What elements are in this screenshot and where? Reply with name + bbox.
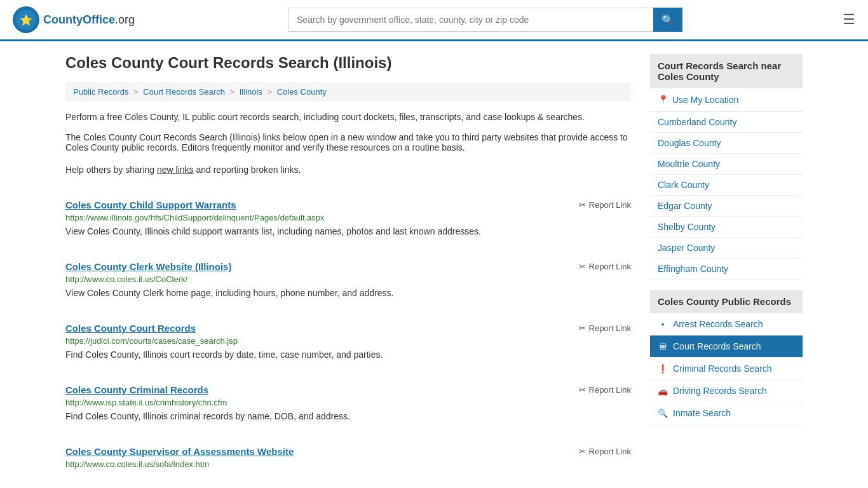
- record-item-0: Coles County Child Support Warrants ✂ Re…: [65, 200, 631, 248]
- record-title-4[interactable]: Coles County Supervisor of Assessments W…: [65, 446, 294, 457]
- intro-paragraph-2: The Coles County Court Records Search (I…: [65, 132, 631, 152]
- record-desc-3: Find Coles County, Illinois criminal rec…: [65, 410, 631, 423]
- record-desc-1: View Coles County Clerk home page, inclu…: [65, 287, 631, 300]
- pr-icon-4: 🔍: [658, 409, 668, 418]
- nearby-county-link-7[interactable]: Effingham County: [650, 259, 803, 279]
- page-title: Coles County Court Records Search (Illin…: [65, 54, 631, 72]
- scissors-icon-1: ✂: [579, 262, 586, 271]
- nearby-section-title: Court Records Search near Coles County: [650, 54, 803, 88]
- search-icon: 🔍: [661, 15, 674, 25]
- use-location-label: Use My Location: [672, 95, 738, 105]
- pr-label-2: Criminal Records Search: [673, 363, 772, 374]
- nearby-county-link-4[interactable]: Edgar County: [650, 196, 803, 216]
- content-area: Coles County Court Records Search (Illin…: [65, 54, 631, 488]
- breadcrumb: Public Records > Court Records Search > …: [65, 82, 631, 102]
- pr-link-4[interactable]: 🔍 Inmate Search: [650, 402, 803, 424]
- scissors-icon-2: ✂: [579, 323, 586, 333]
- pr-item-4: 🔍 Inmate Search: [650, 402, 803, 424]
- nearby-county-6: Jasper County: [650, 238, 803, 259]
- record-item-1: Coles County Clerk Website (Illinois) ✂ …: [65, 261, 631, 310]
- record-item-2: Coles County Court Records ✂ Report Link…: [65, 323, 631, 372]
- record-title-row-1: Coles County Clerk Website (Illinois) ✂ …: [65, 261, 631, 272]
- search-button[interactable]: 🔍: [653, 8, 682, 32]
- pr-icon-1: 🏛: [658, 342, 668, 351]
- record-title-2[interactable]: Coles County Court Records: [65, 323, 196, 334]
- record-url-2: https://judici.com/courts/cases/case_sea…: [65, 336, 631, 346]
- report-link-btn-1[interactable]: ✂ Report Link: [579, 262, 631, 271]
- report-link-btn-2[interactable]: ✂ Report Link: [579, 323, 631, 333]
- pr-label-3: Driving Records Search: [673, 386, 767, 396]
- record-title-row-2: Coles County Court Records ✂ Report Link: [65, 323, 631, 334]
- nearby-county-link-1[interactable]: Douglas County: [650, 133, 803, 153]
- nearby-section: Court Records Search near Coles County 📍…: [650, 54, 803, 280]
- nearby-county-5: Shelby County: [650, 217, 803, 238]
- pr-label-1: Court Records Search: [673, 341, 761, 351]
- menu-button[interactable]: ☰: [843, 11, 855, 28]
- scissors-icon-3: ✂: [579, 385, 586, 395]
- record-url-3: http://www.isp.state.il.us/crimhistory/c…: [65, 398, 631, 407]
- breadcrumb-court-records[interactable]: Court Records Search: [143, 87, 225, 97]
- search-input[interactable]: [288, 8, 653, 32]
- nearby-county-2: Moultrie County: [650, 154, 803, 175]
- intro-paragraph-1: Perform a free Coles County, IL public c…: [65, 112, 631, 122]
- pr-link-0[interactable]: ▪ Arrest Records Search: [650, 313, 803, 335]
- pr-icon-2: ❗: [658, 364, 668, 374]
- pr-label-0: Arrest Records Search: [673, 319, 763, 329]
- nearby-county-7: Effingham County: [650, 259, 803, 280]
- nearby-county-link-5[interactable]: Shelby County: [650, 217, 803, 237]
- records-list: Coles County Child Support Warrants ✂ Re…: [65, 200, 631, 482]
- record-title-row-4: Coles County Supervisor of Assessments W…: [65, 446, 631, 457]
- site-header: ⭐ CountyOffice.org 🔍 ☰: [0, 0, 868, 41]
- pr-link-1[interactable]: 🏛 Court Records Search: [650, 336, 803, 357]
- record-url-1: http://www.co.coles.il.us/CoClerk/: [65, 274, 631, 284]
- pr-item-2: ❗ Criminal Records Search: [650, 358, 803, 380]
- public-records-list: ▪ Arrest Records Search 🏛 Court Records …: [650, 313, 803, 424]
- record-title-3[interactable]: Coles County Criminal Records: [65, 384, 208, 395]
- sharing-text: Help others by sharing new links and rep…: [65, 163, 631, 177]
- logo-area: ⭐ CountyOffice.org: [13, 6, 135, 33]
- report-link-btn-0[interactable]: ✂ Report Link: [579, 200, 631, 210]
- use-location-button[interactable]: 📍 Use My Location: [650, 88, 803, 112]
- record-title-1[interactable]: Coles County Clerk Website (Illinois): [65, 261, 231, 272]
- pr-link-2[interactable]: ❗ Criminal Records Search: [650, 358, 803, 379]
- logo-text: CountyOffice.org: [43, 13, 135, 27]
- pr-label-4: Inmate Search: [673, 408, 731, 418]
- search-area: 🔍: [288, 8, 682, 32]
- record-item-3: Coles County Criminal Records ✂ Report L…: [65, 384, 631, 433]
- pr-item-0: ▪ Arrest Records Search: [650, 313, 803, 336]
- new-links-link[interactable]: new links: [157, 165, 194, 175]
- pr-item-1: 🏛 Court Records Search: [650, 336, 803, 358]
- record-desc-2: Find Coles County, Illinois court record…: [65, 348, 631, 362]
- hamburger-icon: ☰: [843, 11, 855, 27]
- pr-icon-0: ▪: [658, 320, 668, 329]
- record-title-row-0: Coles County Child Support Warrants ✂ Re…: [65, 200, 631, 210]
- pr-icon-3: 🚗: [658, 386, 668, 396]
- main-layout: Coles County Court Records Search (Illin…: [53, 41, 815, 488]
- breadcrumb-illinois[interactable]: Illinois: [240, 87, 262, 97]
- nearby-county-4: Edgar County: [650, 196, 803, 217]
- nearby-county-link-6[interactable]: Jasper County: [650, 238, 803, 258]
- pr-link-3[interactable]: 🚗 Driving Records Search: [650, 380, 803, 402]
- report-link-btn-3[interactable]: ✂ Report Link: [579, 385, 631, 395]
- record-desc-0: View Coles County, Illinois child suppor…: [65, 225, 631, 238]
- nearby-county-link-0[interactable]: Cumberland County: [650, 112, 803, 132]
- breadcrumb-coles-county[interactable]: Coles County: [277, 87, 327, 97]
- pr-item-3: 🚗 Driving Records Search: [650, 380, 803, 402]
- public-records-section: Coles County Public Records ▪ Arrest Rec…: [650, 290, 803, 424]
- logo-icon: ⭐: [13, 6, 39, 33]
- record-title-0[interactable]: Coles County Child Support Warrants: [65, 200, 236, 210]
- scissors-icon-4: ✂: [579, 447, 586, 456]
- nearby-county-link-2[interactable]: Moultrie County: [650, 154, 803, 174]
- record-url-0: https://www.illinois.gov/hfs/ChildSuppor…: [65, 213, 631, 222]
- scissors-icon-0: ✂: [579, 200, 586, 210]
- record-item-4: Coles County Supervisor of Assessments W…: [65, 446, 631, 482]
- nearby-counties-list: Cumberland CountyDouglas CountyMoultrie …: [650, 112, 803, 280]
- nearby-county-link-3[interactable]: Clark County: [650, 175, 803, 195]
- report-link-btn-4[interactable]: ✂ Report Link: [579, 447, 631, 456]
- nearby-county-1: Douglas County: [650, 133, 803, 154]
- nearby-county-0: Cumberland County: [650, 112, 803, 133]
- breadcrumb-public-records[interactable]: Public Records: [73, 87, 128, 97]
- svg-text:⭐: ⭐: [20, 14, 32, 26]
- public-records-title: Coles County Public Records: [650, 290, 803, 313]
- sidebar: Court Records Search near Coles County 📍…: [650, 54, 803, 488]
